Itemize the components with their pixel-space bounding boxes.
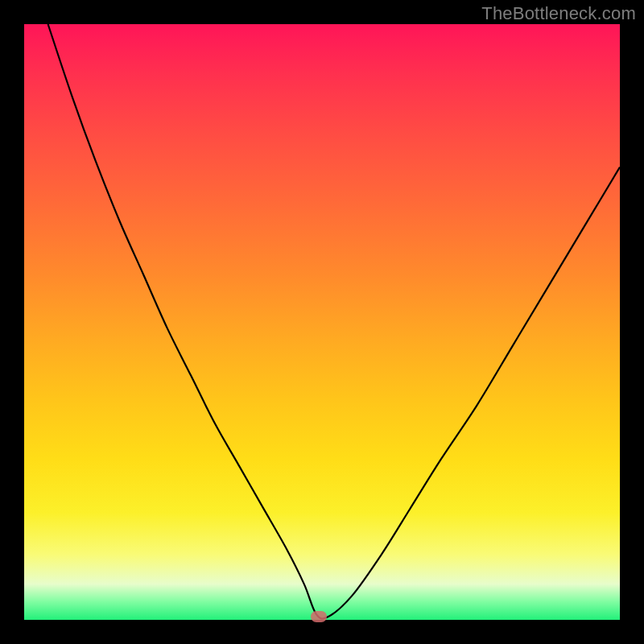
watermark-text: TheBottleneck.com <box>481 3 636 24</box>
curve-layer <box>24 24 620 620</box>
bottleneck-curve <box>48 24 620 619</box>
chart-frame: TheBottleneck.com <box>0 0 644 644</box>
plot-area <box>24 24 620 620</box>
minimum-marker <box>311 611 327 622</box>
